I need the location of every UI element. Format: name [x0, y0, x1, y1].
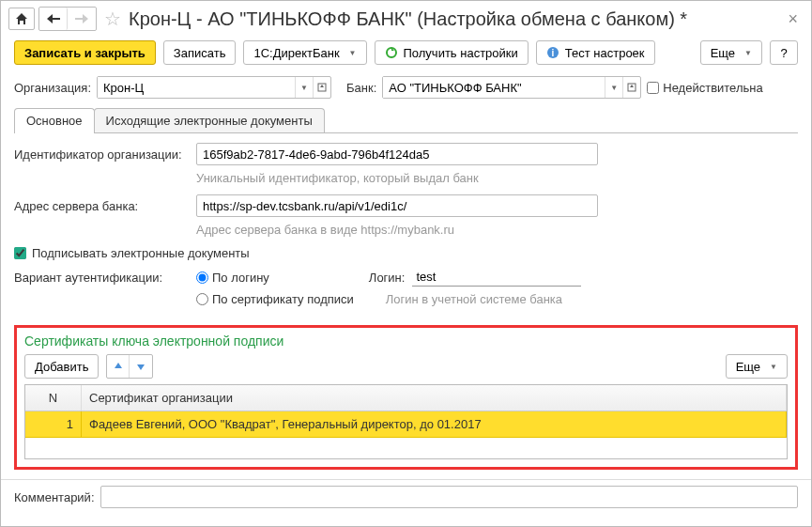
bank-dropdown-icon[interactable]: ▼ — [605, 77, 622, 98]
page-title: Крон-Ц - АО "ТИНЬКОФФ БАНК" (Настройка о… — [129, 8, 778, 30]
server-hint: Адрес сервера банка в виде https://myban… — [196, 223, 798, 237]
certificates-section: Сертификаты ключа электронной подписи До… — [14, 325, 798, 470]
svg-text:i: i — [551, 48, 554, 58]
directbank-button[interactable]: 1С:ДиректБанк — [243, 40, 366, 65]
login-label: Логин: — [369, 271, 406, 285]
inactive-label: Недействительна — [663, 81, 762, 95]
info-icon: i — [546, 46, 559, 59]
home-button[interactable] — [8, 8, 35, 30]
certificates-title: Сертификаты ключа электронной подписи — [24, 333, 788, 349]
comment-label: Комментарий: — [14, 490, 95, 504]
server-label: Адрес сервера банка: — [14, 199, 189, 213]
cell-n: 1 — [25, 411, 82, 437]
org-label: Организация: — [14, 81, 91, 95]
nav-group — [38, 7, 97, 31]
certificates-table: N Сертификат организации 1 Фадеев Евгени… — [24, 384, 788, 459]
move-down-button[interactable] — [130, 355, 152, 378]
org-dropdown-icon[interactable]: ▼ — [296, 77, 313, 98]
close-icon[interactable]: × — [782, 9, 804, 29]
login-hint: Логин в учетной системе банка — [386, 292, 562, 306]
save-close-button[interactable]: Записать и закрыть — [14, 40, 156, 65]
get-settings-button[interactable]: Получить настройки — [375, 40, 529, 65]
inactive-checkbox[interactable]: Недействительна — [647, 81, 762, 95]
test-settings-button[interactable]: i Тест настроек — [536, 40, 655, 65]
forward-button[interactable] — [68, 8, 96, 30]
bank-label: Банк: — [346, 81, 376, 95]
comment-input[interactable] — [100, 486, 799, 508]
server-input[interactable] — [196, 194, 598, 217]
sign-checkbox[interactable] — [14, 247, 26, 259]
table-row[interactable]: 1 Фадеев Евгений, ООО "Квадрат", Генерал… — [25, 411, 787, 438]
more-button[interactable]: Еще — [700, 40, 762, 65]
cert-more-button[interactable]: Еще — [726, 354, 788, 379]
sign-label: Подписывать электронные документы — [32, 246, 250, 260]
org-id-input[interactable] — [196, 143, 598, 165]
auth-login-radio[interactable]: По логину — [196, 271, 269, 285]
col-cert[interactable]: Сертификат организации — [82, 385, 787, 411]
col-n[interactable]: N — [25, 385, 82, 411]
auth-cert-radio[interactable]: По сертификату подписи — [196, 292, 354, 306]
test-settings-label: Тест настроек — [565, 46, 645, 60]
org-combo[interactable]: ▼ — [97, 76, 331, 99]
org-open-icon[interactable] — [314, 77, 330, 98]
favorite-star-icon[interactable]: ☆ — [104, 8, 121, 30]
refresh-icon — [385, 46, 398, 59]
get-settings-label: Получить настройки — [404, 46, 518, 60]
move-buttons — [106, 354, 153, 379]
bank-combo[interactable]: ▼ — [382, 76, 641, 99]
tab-main[interactable]: Основное — [14, 108, 95, 132]
move-up-button[interactable] — [107, 355, 130, 378]
org-id-label: Идентификатор организации: — [14, 147, 189, 162]
tab-outgoing[interactable]: Исходящие электронные документы — [94, 108, 325, 132]
cell-cert: Фадеев Евгений, ООО "Квадрат", Генеральн… — [82, 411, 787, 437]
auth-login-label: По логину — [212, 271, 269, 285]
login-input[interactable] — [412, 268, 581, 287]
bank-open-icon[interactable] — [623, 77, 640, 98]
bank-input[interactable] — [383, 77, 605, 98]
save-button[interactable]: Записать — [163, 40, 237, 65]
auth-label: Вариант аутентификации: — [14, 271, 189, 285]
add-button[interactable]: Добавить — [24, 354, 99, 379]
back-button[interactable] — [39, 8, 68, 30]
help-button[interactable]: ? — [770, 40, 798, 65]
auth-cert-label: По сертификату подписи — [212, 292, 354, 306]
empty-row — [25, 438, 787, 458]
inactive-checkbox-input[interactable] — [647, 82, 659, 94]
org-id-hint: Уникальный идентификатор, который выдал … — [196, 171, 798, 185]
org-input[interactable] — [98, 77, 295, 98]
